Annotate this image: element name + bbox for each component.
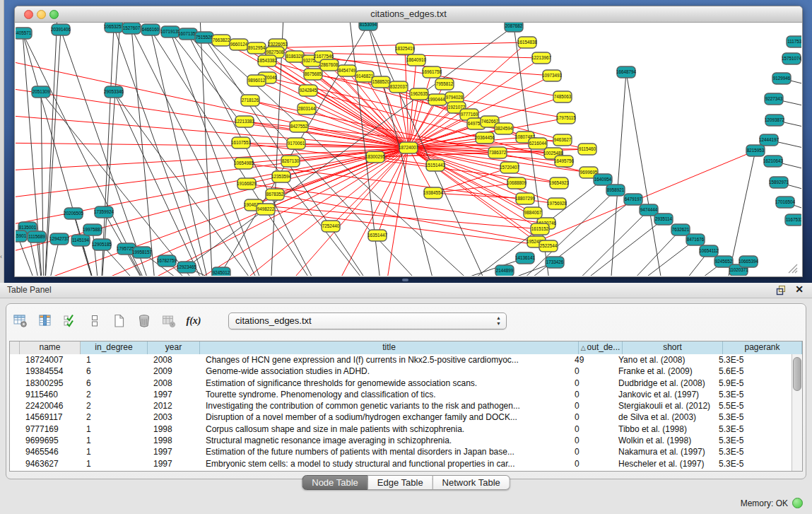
network-node[interactable]: 2522544	[539, 240, 558, 252]
tab-edge-table[interactable]: Edge Table	[368, 475, 433, 490]
network-node[interactable]: 19975887	[83, 224, 103, 235]
network-node[interactable]: 8958921	[606, 185, 625, 196]
column-header-out-de-[interactable]: △out_de...	[579, 341, 623, 354]
network-node[interactable]: 16648794	[616, 66, 637, 78]
network-node[interactable]: 16154838	[517, 37, 538, 48]
network-node[interactable]: 9884067	[524, 207, 542, 218]
network-node[interactable]: 4405571	[16, 28, 32, 39]
network-window-titlebar[interactable]: citations_edges.txt	[15, 6, 802, 23]
network-node[interactable]: 1145194	[71, 235, 90, 246]
network-node[interactable]: 1962635	[410, 88, 428, 100]
network-node[interactable]: 2144899	[495, 265, 514, 276]
network-node[interactable]: 9498222	[257, 204, 275, 215]
show-hide-columns-icon[interactable]	[38, 314, 52, 328]
network-node[interactable]: 9115460	[578, 144, 596, 155]
table-row[interactable]: 1872400712008Changes of HCN gene express…	[10, 354, 792, 366]
network-node[interactable]: 18325419	[395, 43, 416, 54]
network-node[interactable]: 16210643	[763, 156, 784, 167]
network-node[interactable]: 6466160	[141, 24, 160, 35]
new-object-icon[interactable]	[112, 314, 126, 328]
column-header-in-degree[interactable]: in_degree	[81, 341, 148, 354]
network-node[interactable]: 2087682	[505, 23, 523, 32]
network-node[interactable]: 9896012	[247, 75, 266, 86]
network-node[interactable]: 12905185	[92, 239, 112, 250]
table-row[interactable]: 911546021997Tourette syndrome. Phenomeno…	[10, 389, 792, 400]
network-node[interactable]: 6479197	[624, 194, 642, 205]
network-node[interactable]: 6216044	[529, 138, 547, 149]
network-node[interactable]: 16351447	[367, 230, 388, 241]
panel-drag-handle[interactable]	[402, 279, 408, 281]
network-node[interactable]: 8215953	[746, 145, 765, 156]
network-node[interactable]: 1167533	[785, 214, 801, 226]
network-node[interactable]: 8153094	[359, 23, 377, 30]
network-node[interactable]: 10973493	[542, 70, 563, 81]
network-node[interactable]: 17016504	[775, 197, 796, 208]
table-row[interactable]: 969969511998Structural magnetic resonanc…	[10, 435, 792, 446]
network-node[interactable]: 20206505	[64, 208, 84, 219]
network-node[interactable]: 9227343	[765, 93, 783, 105]
network-node[interactable]: 8675685	[304, 69, 322, 80]
network-node[interactable]: 1115689	[28, 231, 46, 243]
network-node[interactable]: 18543382	[257, 55, 278, 66]
network-node[interactable]: 10654985	[234, 158, 254, 169]
network-node[interactable]: 16107553	[231, 137, 252, 148]
network-node[interactable]: 10688809	[507, 177, 527, 189]
network-node[interactable]: 1615152	[531, 223, 549, 235]
network-node[interactable]: 1527607	[122, 23, 141, 34]
network-node[interactable]: 17975115	[556, 112, 576, 124]
network-node[interactable]: 7955812	[435, 78, 454, 90]
network-node[interactable]: 15151443	[425, 160, 446, 171]
select-all-icon[interactable]	[63, 314, 77, 328]
network-canvas[interactable]: 1872400744055712039140610653257152760764…	[16, 23, 801, 276]
network-node[interactable]: 9660124	[230, 39, 248, 50]
network-node[interactable]: 12213383	[235, 116, 255, 127]
network-node[interactable]: 17359924	[94, 206, 114, 218]
network-node[interactable]: 8267130	[281, 156, 300, 167]
float-panel-icon[interactable]	[776, 285, 787, 296]
network-node[interactable]: 8427552	[290, 121, 308, 132]
collapse-divider-icon[interactable]: ‹	[0, 253, 2, 260]
column-header-short[interactable]: short	[623, 341, 723, 354]
network-node[interactable]: 9245012	[212, 267, 230, 276]
network-node[interactable]: 7485063	[553, 91, 572, 103]
network-node[interactable]: 9463627	[553, 134, 572, 146]
network-node[interactable]: 12213967	[531, 52, 552, 64]
network-node[interactable]: 7663822	[212, 35, 230, 46]
network-node[interactable]: 12942737	[49, 233, 70, 245]
network-node[interactable]: 8322037	[389, 81, 408, 93]
network-node[interactable]: 16782759	[157, 255, 177, 267]
network-node[interactable]: 20391406	[51, 24, 71, 35]
network-node[interactable]: 1733426	[546, 257, 564, 268]
table-row[interactable]: 946554611997Estimation of the future num…	[10, 446, 792, 457]
network-node[interactable]: 19166829	[237, 178, 257, 189]
network-node[interactable]: 2803144	[298, 103, 316, 115]
network-node[interactable]: 12444197	[759, 134, 779, 146]
close-panel-icon[interactable]: ✕	[795, 284, 804, 295]
network-node[interactable]: 7632621	[671, 224, 690, 235]
scrollbar-thumb[interactable]	[793, 357, 801, 391]
network-node[interactable]: 12353594	[271, 171, 292, 182]
network-node[interactable]: 10665394	[739, 256, 759, 267]
vertical-scrollbar[interactable]	[792, 354, 802, 471]
network-node[interactable]: 15751074	[782, 53, 801, 64]
network-node[interactable]: 1588520	[372, 76, 390, 88]
resize-grip-icon[interactable]	[786, 262, 800, 274]
network-node[interactable]: 14136141	[515, 252, 536, 264]
network-node[interactable]: 19654923	[549, 177, 570, 189]
network-node[interactable]: 18300295	[365, 151, 386, 163]
network-node[interactable]: 8454749	[338, 65, 356, 76]
table-row[interactable]: 1830029562008Estimation of significance …	[10, 378, 792, 389]
network-node[interactable]: 1640954	[594, 174, 612, 185]
network-node[interactable]: 1117533	[787, 36, 801, 47]
network-node[interactable]: 9129946	[772, 73, 791, 84]
network-node[interactable]: 7515526	[195, 32, 213, 43]
network-node[interactable]: 8678352	[266, 189, 284, 200]
network-table-selector[interactable]: citations_edges.txt ▲▼	[228, 313, 507, 329]
network-node[interactable]: 9146821	[355, 71, 374, 82]
network-node[interactable]: 2935114	[654, 214, 673, 225]
network-node[interactable]: 20364456	[475, 132, 495, 144]
network-node[interactable]: 8912954	[247, 42, 266, 54]
network-node[interactable]: 10654112	[699, 245, 719, 257]
table-row[interactable]: 946362711997Embryonic stem cells: a mode…	[10, 458, 792, 469]
network-node[interactable]: 15720407	[500, 162, 520, 173]
